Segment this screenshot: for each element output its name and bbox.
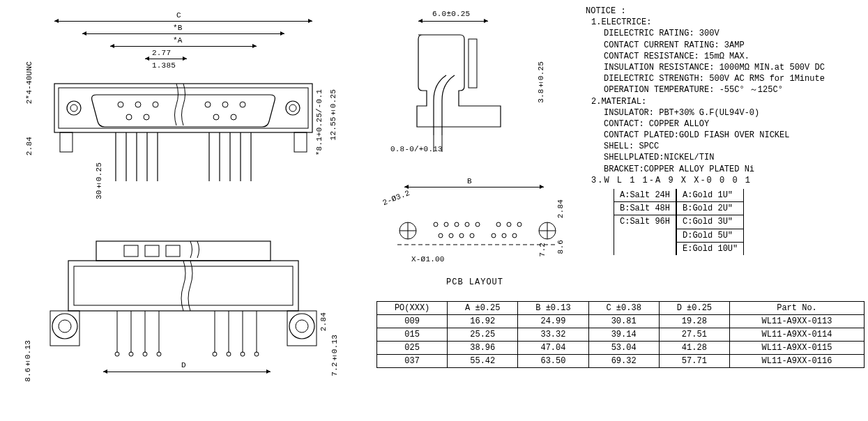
th-po: PO(XXX) [377, 302, 448, 315]
cell: 037 [377, 355, 448, 368]
svg-point-37 [296, 320, 308, 332]
material-hdr: 2.MATERIAL: [586, 96, 865, 107]
shell: SHELL: SPCC [586, 141, 865, 152]
table-row: 015 25.25 33.32 39.14 27.51 WL11-A9XX-01… [377, 328, 865, 342]
svg-point-69 [465, 222, 469, 227]
dim-pcb-7-2: 7.2 [538, 243, 547, 257]
dim-30: 30±0.25 [95, 162, 103, 199]
gold-d: D:Gold 5U″ [677, 229, 743, 243]
svg-point-8 [126, 114, 132, 120]
contact: CONTACT: COPPER ALLOY [586, 118, 865, 130]
svg-point-15 [289, 105, 296, 112]
svg-point-4 [153, 102, 158, 107]
cell: 16.92 [448, 315, 518, 328]
dim-B: *B [173, 24, 183, 32]
dim-pcb-2-84: 2.84 [556, 199, 565, 218]
dim-C: C [176, 11, 181, 20]
table-row: 009 16.92 24.99 30.81 19.28 WL11-A9XX-01… [377, 315, 865, 328]
cell: 39.14 [588, 328, 659, 342]
table-header-row: PO(XXX) A ±0.25 B ±0.13 C ±0.38 D ±0.25 … [377, 302, 865, 315]
cell: WL11-A9XX-0113 [730, 315, 865, 328]
electrice-hdr: 1.ELECTRICE: [586, 17, 865, 28]
cell: 55.42 [448, 355, 518, 368]
cell: 33.32 [518, 328, 588, 342]
salt-options: A:Salt 24H B:Salt 48H C:Salt 96H [614, 189, 676, 255]
cell: WL11-A9XX-0114 [730, 328, 865, 342]
contact-plated: CONTACT PLATED:GOLD FIASH OVER NICKEL [586, 130, 865, 141]
svg-rect-29 [124, 245, 138, 257]
shell-plated: SHELLPLATED:NICKEL/TIN [586, 152, 865, 163]
svg-point-7 [240, 102, 245, 107]
th-b: B ±0.13 [518, 302, 588, 315]
svg-rect-26 [60, 132, 73, 152]
svg-rect-38 [50, 311, 79, 346]
dim-12-55: 12.55±0.25 [329, 89, 337, 140]
table-row: 037 55.42 63.50 69.32 57.71 WL11-A9XX-01… [377, 355, 865, 368]
svg-point-73 [517, 222, 521, 227]
dielectric-strength: DIELECTRIC STRENGTH: 500V AC RMS for 1Mi… [586, 73, 865, 84]
operation-temp: OPERATION TEMPERATURE: -55C° ～125C° [586, 84, 865, 95]
svg-point-10 [213, 114, 219, 120]
cell: 41.28 [659, 342, 729, 355]
contact-current: CONTACT CURRENT RATING: 3AMP [586, 40, 865, 51]
cell: 015 [377, 328, 448, 342]
svg-point-80 [512, 234, 517, 238]
cell: 30.81 [588, 315, 659, 328]
svg-point-14 [286, 101, 300, 115]
dim-8-6: 8.6±0.13 [24, 340, 32, 382]
svg-point-11 [231, 114, 236, 120]
svg-point-77 [470, 234, 474, 238]
svg-point-71 [496, 222, 501, 227]
side-view: 6.0±0.25 3.8±0.25 0.8-0/+0.13 [376, 6, 565, 166]
cell: 25.25 [448, 328, 518, 342]
svg-point-68 [455, 222, 459, 227]
table-row: 025 38.96 47.04 53.04 41.28 WL11-A9XX-01… [377, 342, 865, 355]
svg-point-12 [67, 101, 81, 115]
bracket: BRACKET:COPPER ALLOY PLATED Ni [586, 164, 865, 175]
insulation-resistance: INSULATION RESISTANCE: 1000MΩ MIN.at 500… [586, 62, 865, 73]
bottom-view: D 8.6±0.13 2.84 7.2±0.13 [33, 236, 333, 410]
dim-table: PO(XXX) A ±0.25 B ±0.13 C ±0.38 D ±0.25 … [376, 301, 865, 368]
gold-c: C:Gold 3U″ [677, 215, 743, 229]
front-view: C *B *A 2.77 1.385 [33, 6, 333, 215]
cell: 27.51 [659, 328, 729, 342]
dim-pcb-B: B [467, 177, 472, 185]
th-c: C ±0.38 [588, 302, 659, 315]
dim-0-8: 0.8-0/+0.13 [390, 145, 443, 153]
salt-b: B:Salt 48H [614, 202, 676, 215]
dim-7-2: 7.2±0.13 [330, 335, 339, 376]
svg-point-2 [118, 102, 123, 107]
contact-resistance: CONTACT RESISTANCE: 15mΩ MAX. [586, 51, 865, 62]
svg-rect-31 [166, 245, 180, 257]
cell: WL11-A9XX-0115 [730, 342, 865, 355]
svg-point-35 [59, 320, 71, 332]
dim-D: D [181, 361, 186, 369]
gold-e: E:Gold 10U″ [677, 243, 743, 255]
dim-table-wrap: PO(XXX) A ±0.25 B ±0.13 C ±0.38 D ±0.25 … [376, 301, 865, 368]
cell: WL11-A9XX-0116 [730, 355, 865, 368]
th-d: D ±0.25 [659, 302, 729, 315]
cell: 47.04 [518, 342, 588, 355]
gold-a: A:Gold 1U″ [677, 189, 743, 202]
dim-pitch: 2.77 [152, 49, 171, 57]
pcb-caption: PCB LAYOUT [446, 277, 503, 287]
svg-point-3 [135, 102, 141, 107]
cell: 009 [377, 315, 448, 328]
dim-6-0: 6.0±0.25 [432, 10, 470, 18]
svg-rect-28 [96, 241, 271, 261]
dim-thread: 2*4-40UNC [25, 61, 33, 104]
dim-3-8: 3.8±0.25 [537, 61, 545, 103]
mid-drawings: 6.0±0.25 3.8±0.25 0.8-0/+0.13 B [376, 6, 579, 298]
svg-point-36 [289, 314, 314, 339]
cell: 69.32 [588, 355, 659, 368]
cell: 57.71 [659, 355, 729, 368]
dim-half-pitch: 1.385 [152, 61, 176, 70]
cell: 025 [377, 342, 448, 355]
svg-rect-30 [145, 245, 159, 257]
cell: 24.99 [518, 315, 588, 328]
dielectric-rating: DIELECTRIC RATING: 300V [586, 28, 865, 39]
dim-8-1: *8.1+0.25/-0.1 [315, 89, 323, 155]
front-svg [33, 70, 333, 223]
pcb-layout: B 2-Ø3.2 X-Ø1.00 2.84 7.2 8.6 PCB LAYOUT [376, 180, 579, 298]
svg-point-5 [205, 102, 211, 107]
